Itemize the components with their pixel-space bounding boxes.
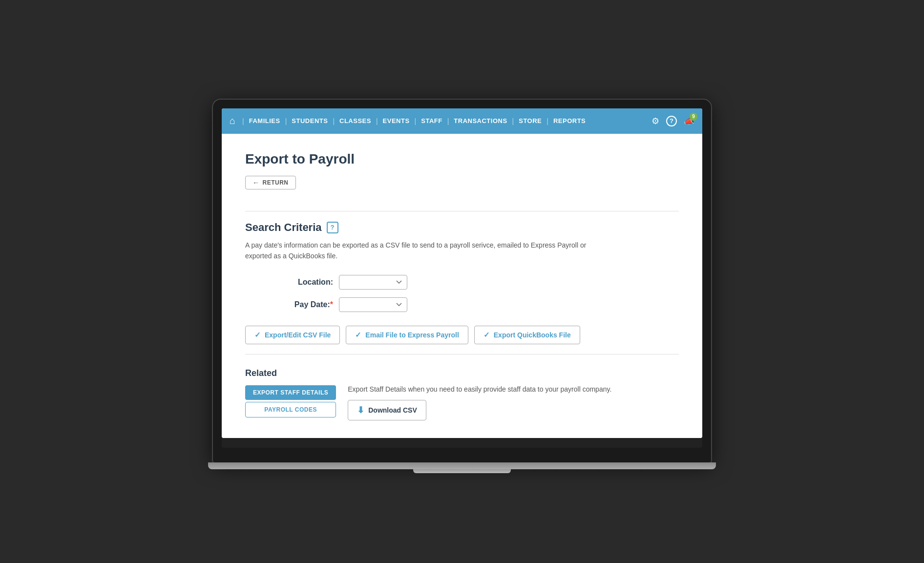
divider-top — [245, 211, 679, 211]
export-quickbooks-label: Export QuickBooks File — [494, 331, 571, 339]
action-buttons-group: ✓ Export/Edit CSV File ✓ Email File to E… — [245, 326, 679, 344]
related-section: Related EXPORT STAFF DETAILS PAYROLL COD… — [245, 368, 679, 420]
nav-store[interactable]: STORE — [517, 117, 544, 125]
home-icon[interactable]: ⌂ — [230, 115, 235, 126]
required-star: * — [330, 300, 333, 309]
return-button[interactable]: ← RETURN — [245, 176, 296, 189]
export-quickbooks-button[interactable]: ✓ Export QuickBooks File — [474, 326, 580, 344]
related-links-group: EXPORT STAFF DETAILS PAYROLL CODES — [245, 385, 336, 417]
export-csv-label: Export/Edit CSV File — [265, 331, 331, 339]
check-qb-icon: ✓ — [483, 331, 490, 339]
location-row: Location: — [245, 275, 679, 290]
pay-date-select[interactable] — [339, 297, 407, 312]
navbar: ⌂ | FAMILIES | STUDENTS | CLASSES | EVEN… — [222, 108, 702, 134]
return-arrow-icon: ← — [252, 179, 260, 187]
related-description-area: Export Staff Details when you need to ea… — [348, 385, 679, 420]
notification-badge: 9 — [690, 113, 697, 121]
nav-reports[interactable]: REPORTS — [551, 117, 588, 125]
search-criteria-help-icon[interactable]: ? — [327, 222, 338, 233]
related-desc-text: Export Staff Details when you need to ea… — [348, 385, 679, 393]
related-title: Related — [245, 368, 679, 378]
nav-transactions[interactable]: TRANSACTIONS — [452, 117, 509, 125]
check-csv-icon: ✓ — [254, 331, 261, 339]
payroll-codes-link[interactable]: PAYROLL CODES — [245, 402, 336, 417]
nav-staff[interactable]: STAFF — [419, 117, 444, 125]
pay-date-label: Pay Date:* — [284, 300, 333, 309]
export-csv-button[interactable]: ✓ Export/Edit CSV File — [245, 326, 340, 344]
download-csv-label: Download CSV — [368, 406, 417, 414]
search-criteria-title: Search Criteria — [245, 221, 322, 234]
laptop-stand — [413, 469, 511, 473]
location-label: Location: — [284, 278, 333, 287]
nav-right-icons: ⚙ ? 📣 9 — [651, 116, 694, 126]
laptop-base — [208, 462, 716, 469]
email-express-button[interactable]: ✓ Email File to Express Payroll — [346, 326, 468, 344]
return-label: RETURN — [263, 179, 289, 186]
nav-classes[interactable]: CLASSES — [337, 117, 373, 125]
notification-bell-wrapper: 📣 9 — [684, 116, 694, 126]
nav-families[interactable]: FAMILIES — [247, 117, 282, 125]
download-csv-button[interactable]: ⬇ Download CSV — [348, 400, 426, 420]
nav-students[interactable]: STUDENTS — [290, 117, 330, 125]
search-criteria-heading: Search Criteria ? — [245, 221, 679, 234]
settings-icon[interactable]: ⚙ — [651, 116, 659, 126]
nav-events[interactable]: EVENTS — [381, 117, 412, 125]
check-email-icon: ✓ — [355, 331, 361, 339]
divider-bottom — [245, 354, 679, 354]
laptop-bottom-bezel — [222, 438, 702, 448]
pay-date-row: Pay Date:* — [245, 297, 679, 312]
main-content: Export to Payroll ← RETURN Search Criter… — [222, 134, 702, 438]
location-select[interactable] — [339, 275, 407, 290]
search-criteria-description: A pay date's information can be exported… — [245, 240, 587, 262]
download-icon: ⬇ — [357, 405, 364, 416]
page-title: Export to Payroll — [245, 151, 679, 167]
email-express-label: Email File to Express Payroll — [365, 331, 459, 339]
export-staff-details-link[interactable]: EXPORT STAFF DETAILS — [245, 385, 336, 400]
related-content: EXPORT STAFF DETAILS PAYROLL CODES Expor… — [245, 385, 679, 420]
help-nav-icon[interactable]: ? — [666, 116, 677, 126]
